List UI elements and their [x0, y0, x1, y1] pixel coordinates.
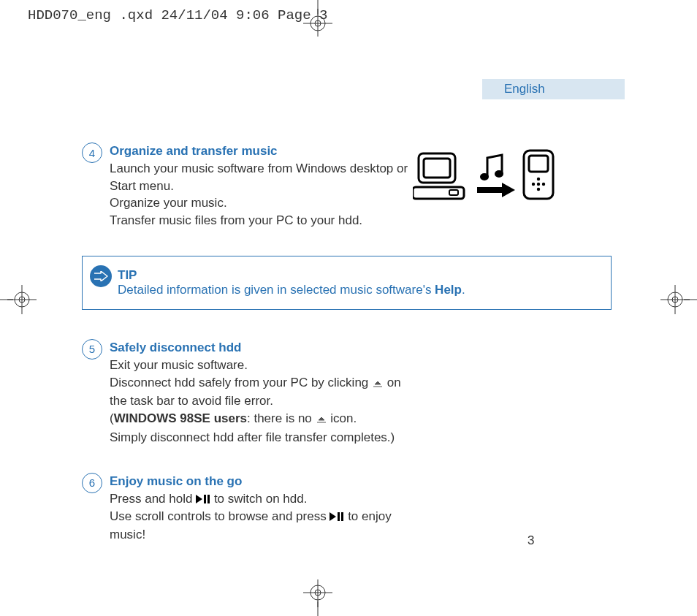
svg-rect-37 — [207, 495, 210, 503]
tip-box: TIP Detailed information is given in sel… — [82, 256, 612, 310]
step-number-badge: 5 — [82, 339, 102, 360]
tip-arrow-icon — [90, 265, 112, 287]
play-pause-icon — [196, 491, 210, 509]
step-line: Exit your music software. — [110, 357, 416, 374]
step-title: Enjoy music on the go — [110, 474, 242, 488]
step-line: Organize your music. — [110, 194, 416, 212]
step-title: Organize and transfer music — [110, 144, 278, 158]
svg-rect-36 — [204, 495, 206, 503]
step-line: Disconnect hdd safely from your PC by cl… — [110, 374, 416, 411]
svg-rect-40 — [341, 512, 343, 521]
tip-text: Detailed information is given in selecte… — [118, 283, 465, 297]
play-pause-icon — [330, 509, 344, 526]
eject-tray-icon — [372, 376, 384, 393]
step-number-badge: 4 — [82, 142, 102, 163]
svg-rect-39 — [338, 512, 340, 521]
eject-tray-icon — [316, 411, 327, 429]
step-line: (WINDOWS 98SE users: there is no icon. — [110, 410, 416, 429]
svg-marker-38 — [330, 512, 336, 521]
step-5: 5 Safely disconnect hdd Exit your music … — [82, 339, 612, 446]
step-line: Launch your music software from Windows … — [110, 160, 416, 195]
print-header: HDD070_eng .qxd 24/11/04 9:06 Page 3 — [28, 7, 327, 23]
step-line: Use scroll controls to browse and press … — [110, 508, 416, 544]
step-number-badge: 6 — [82, 473, 102, 493]
step-line: Transfer music files from your PC to you… — [110, 212, 416, 229]
step-4: 4 Organize and transfer music Launch you… — [82, 142, 612, 229]
step-line: Press and hold to switch on hdd. — [110, 490, 416, 509]
tip-label: TIP — [118, 268, 603, 283]
step-line: Simply disconnect hdd after file transfe… — [110, 429, 416, 446]
registration-mark-icon — [296, 0, 340, 37]
step-title: Safely disconnect hdd — [110, 341, 241, 354]
svg-marker-35 — [196, 495, 202, 503]
registration-mark-icon — [0, 278, 37, 322]
language-tab: English — [482, 79, 625, 99]
page-number: 3 — [527, 533, 534, 548]
registration-mark-icon — [660, 278, 697, 322]
registration-mark-icon — [296, 579, 340, 616]
